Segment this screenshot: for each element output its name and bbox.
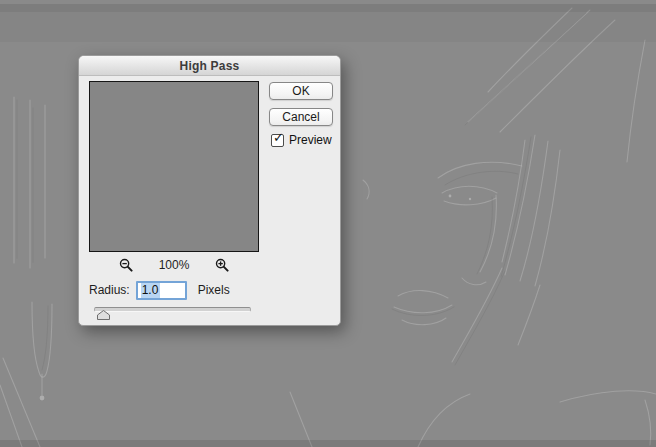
zoom-controls: 100% — [89, 257, 259, 272]
checkmark-icon: ✓ — [273, 131, 284, 145]
zoom-in-icon — [215, 258, 229, 272]
radius-input[interactable]: 1.0 — [136, 281, 187, 300]
preview-checkbox[interactable]: ✓ Preview — [271, 133, 332, 147]
high-pass-dialog: High Pass 100% Radius: 1.0 Pixels — [78, 55, 341, 326]
cancel-button[interactable]: Cancel — [269, 108, 333, 126]
radius-row: Radius: 1.0 Pixels — [89, 280, 332, 300]
radius-unit-label: Pixels — [198, 283, 230, 297]
zoom-out-button[interactable] — [119, 258, 133, 272]
radius-slider — [94, 307, 251, 323]
zoom-level-label: 100% — [159, 258, 190, 272]
preview-thumbnail[interactable] — [89, 81, 259, 252]
radius-label: Radius: — [89, 283, 130, 297]
background-shade-band — [0, 440, 656, 447]
zoom-in-button[interactable] — [215, 258, 229, 272]
radius-value: 1.0 — [141, 283, 161, 298]
background-shade-band — [0, 4, 656, 12]
zoom-out-icon — [119, 258, 133, 272]
radius-slider-thumb[interactable] — [97, 310, 110, 320]
radius-slider-track[interactable] — [94, 307, 251, 312]
dialog-title-bar[interactable]: High Pass — [79, 56, 340, 76]
checkbox-box: ✓ — [271, 134, 284, 147]
preview-checkbox-label: Preview — [289, 133, 332, 147]
dialog-title: High Pass — [180, 59, 240, 73]
ok-button[interactable]: OK — [269, 82, 333, 100]
